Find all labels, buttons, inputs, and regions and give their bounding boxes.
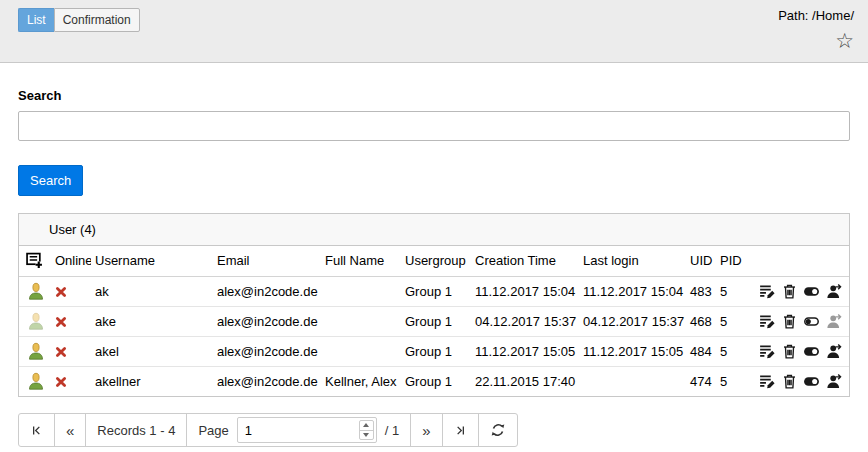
records-range-label: Records 1 - 4 <box>86 414 187 446</box>
doc-header-right: Path: /Home/ ☆ <box>778 8 854 51</box>
table-row: ake alex@in2code.de Group 1 04.12.2017 1… <box>19 306 849 336</box>
delete-record-icon[interactable] <box>781 343 798 360</box>
switch-user-icon[interactable] <box>826 283 843 300</box>
cell-full-name <box>321 336 401 366</box>
refresh-icon <box>490 422 506 438</box>
user-avatar-icon[interactable] <box>26 311 46 331</box>
cell-creation-time: 11.12.2017 15:04 <box>471 276 579 306</box>
stepper-up-icon[interactable] <box>360 421 373 431</box>
user-table-panel: User (4) <box>18 213 850 397</box>
user-avatar-icon[interactable] <box>26 371 46 391</box>
offline-x-icon <box>55 286 67 298</box>
ban-icon[interactable] <box>849 373 850 390</box>
search-input[interactable] <box>18 111 850 141</box>
view-tab-group: List Confirmation <box>18 8 140 32</box>
toggle-disabled-icon[interactable] <box>803 313 820 330</box>
search-button[interactable]: Search <box>18 165 83 196</box>
user-avatar-icon[interactable] <box>26 281 46 301</box>
first-page-button[interactable] <box>19 414 55 446</box>
cell-full-name: Kellner, Alex <box>321 366 401 396</box>
column-header-pid: PID <box>716 246 752 276</box>
new-record-icon[interactable] <box>26 252 43 269</box>
cell-last-login <box>579 366 686 396</box>
cell-username: akel <box>91 336 213 366</box>
page-path: Path: /Home/ <box>778 8 854 23</box>
switch-user-icon[interactable] <box>826 343 843 360</box>
cell-last-login: 11.12.2017 15:05 <box>579 336 686 366</box>
delete-record-icon[interactable] <box>781 313 798 330</box>
column-header-usergroup: Usergroup <box>401 246 471 276</box>
column-header-username: Username <box>91 246 213 276</box>
table-row: akellner alex@in2code.de Kellner, Alex G… <box>19 366 849 396</box>
offline-x-icon <box>55 316 67 328</box>
cell-creation-time: 11.12.2017 15:05 <box>471 336 579 366</box>
next-page-button[interactable]: » <box>411 414 442 446</box>
cell-uid: 468 <box>686 306 716 336</box>
edit-record-icon[interactable] <box>758 283 775 300</box>
cell-usergroup: Group 1 <box>401 336 471 366</box>
column-header-last-login: Last login <box>579 246 686 276</box>
column-header-full-name: Full Name <box>321 246 401 276</box>
bookmark-star-icon[interactable]: ☆ <box>835 30 854 51</box>
edit-record-icon[interactable] <box>758 313 775 330</box>
cell-creation-time: 04.12.2017 15:37 <box>471 306 579 336</box>
cell-last-login: 04.12.2017 15:37 <box>579 306 686 336</box>
page-stepper[interactable] <box>359 420 374 440</box>
cell-usergroup: Group 1 <box>401 366 471 396</box>
page-number-input[interactable] <box>237 417 377 443</box>
tab-list[interactable]: List <box>18 8 54 32</box>
cell-uid: 484 <box>686 336 716 366</box>
cell-pid: 5 <box>716 336 752 366</box>
delete-record-icon[interactable] <box>781 283 798 300</box>
table-row: akel alex@in2code.de Group 1 11.12.2017 … <box>19 336 849 366</box>
ban-icon[interactable] <box>849 283 850 300</box>
column-header-uid: UID <box>686 246 716 276</box>
switch-user-icon[interactable] <box>826 373 843 390</box>
cell-email: alex@in2code.de <box>213 366 321 396</box>
cell-creation-time: 22.11.2015 17:40 <box>471 366 579 396</box>
cell-email: alex@in2code.de <box>213 276 321 306</box>
switch-user-icon[interactable] <box>826 313 843 330</box>
search-label: Search <box>18 88 850 103</box>
cell-usergroup: Group 1 <box>401 306 471 336</box>
user-table: Online Username Email Full Name Usergrou… <box>19 246 849 396</box>
last-page-button[interactable] <box>443 414 479 446</box>
first-page-icon <box>30 424 43 437</box>
cell-uid: 474 <box>686 366 716 396</box>
cell-username: ak <box>91 276 213 306</box>
refresh-button[interactable] <box>479 414 517 446</box>
ban-icon[interactable] <box>849 313 850 330</box>
last-page-icon <box>454 424 467 437</box>
table-header-row: Online Username Email Full Name Usergrou… <box>19 246 849 276</box>
table-title: User (4) <box>19 214 849 246</box>
cell-usergroup: Group 1 <box>401 276 471 306</box>
cell-uid: 483 <box>686 276 716 306</box>
delete-record-icon[interactable] <box>781 373 798 390</box>
offline-x-icon <box>55 376 67 388</box>
stepper-down-icon[interactable] <box>360 431 373 440</box>
user-avatar-icon[interactable] <box>26 341 46 361</box>
toggle-enabled-icon[interactable] <box>803 283 820 300</box>
column-header-online: Online <box>51 246 91 276</box>
cell-last-login: 11.12.2017 15:04 <box>579 276 686 306</box>
toggle-enabled-icon[interactable] <box>803 343 820 360</box>
cell-full-name <box>321 306 401 336</box>
column-header-email: Email <box>213 246 321 276</box>
cell-pid: 5 <box>716 366 752 396</box>
page-label: Page <box>198 423 228 438</box>
cell-email: alex@in2code.de <box>213 336 321 366</box>
previous-page-button[interactable]: « <box>55 414 86 446</box>
toggle-enabled-icon[interactable] <box>803 373 820 390</box>
tab-confirmation[interactable]: Confirmation <box>54 8 140 32</box>
table-row: ak alex@in2code.de Group 1 11.12.2017 15… <box>19 276 849 306</box>
offline-x-icon <box>55 346 67 358</box>
ban-icon[interactable] <box>849 343 850 360</box>
cell-full-name <box>321 276 401 306</box>
module-content: Search Search User (4) <box>0 88 868 447</box>
edit-record-icon[interactable] <box>758 373 775 390</box>
pagination-bar: « Records 1 - 4 Page / 1 » <box>18 413 518 447</box>
page-total-label: / 1 <box>385 423 399 438</box>
edit-record-icon[interactable] <box>758 343 775 360</box>
column-header-actions <box>752 246 849 276</box>
cell-username: akellner <box>91 366 213 396</box>
